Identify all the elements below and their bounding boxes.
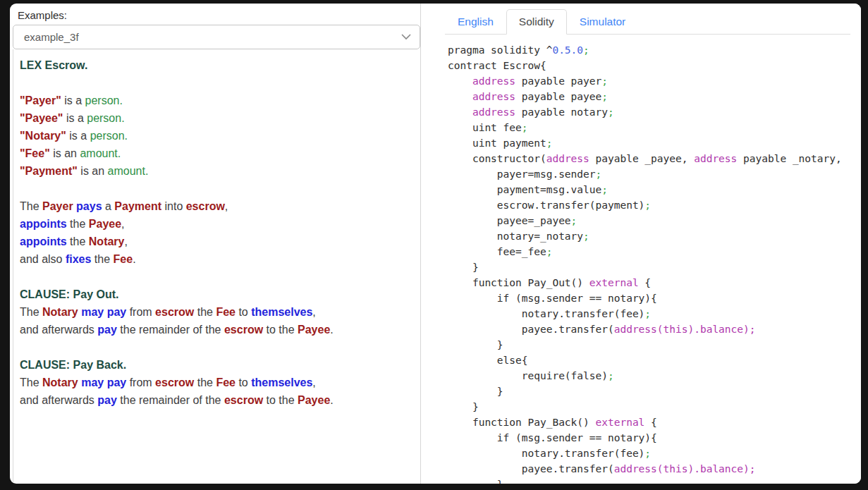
- text-segment: pay: [97, 324, 117, 336]
- text-segment: }: [448, 339, 503, 350]
- code-line: }: [448, 477, 861, 484]
- text-segment: escrow.transfer(payment): [448, 200, 644, 211]
- code-line: uint payment;: [448, 135, 861, 151]
- text-segment: and afterwards: [20, 394, 97, 406]
- tab-english[interactable]: English: [445, 9, 506, 35]
- text-segment: }: [448, 386, 503, 397]
- text-segment: }: [448, 262, 479, 273]
- examples-panel: Examples: example_3f LEX Escrow."Payer" …: [10, 4, 421, 484]
- text-segment: and also: [20, 253, 66, 265]
- text-segment: the remainder of the: [117, 324, 224, 336]
- code-line: payee.transfer(address(this).balance);: [448, 321, 861, 337]
- text-segment: ;: [583, 44, 589, 56]
- text-segment: is an: [78, 165, 108, 177]
- text-segment: "Fee": [20, 147, 50, 159]
- doc-paragraph: CLAUSE: Pay Out.The Notary may pay from …: [20, 286, 412, 338]
- text-segment: escrow: [155, 306, 194, 318]
- doc-line: The Notary may pay from escrow the Fee t…: [20, 374, 412, 391]
- examples-select[interactable]: example_3f: [13, 25, 420, 49]
- text-segment: "Payment": [20, 165, 78, 177]
- text-segment: amount.: [108, 165, 149, 177]
- chevron-down-icon: [401, 34, 411, 40]
- text-segment: fixes: [66, 253, 91, 265]
- text-segment: [448, 75, 472, 87]
- solidity-code-view: pragma solidity ^0.5.0;contract Escrow{ …: [448, 42, 861, 484]
- text-segment: contract Escrow{: [448, 60, 546, 71]
- code-line: uint fee;: [448, 120, 861, 135]
- doc-line: CLAUSE: Pay Back.: [20, 356, 412, 374]
- text-segment: pragma solidity ^: [448, 44, 552, 56]
- text-segment: from: [126, 376, 155, 388]
- text-segment: }: [448, 401, 479, 412]
- text-segment: [448, 91, 472, 102]
- code-line: }: [448, 337, 861, 353]
- text-segment: "Payer": [20, 94, 61, 106]
- code-line: }: [448, 399, 861, 415]
- doc-line: The Payer pays a Payment into escrow,: [20, 197, 412, 215]
- text-segment: Fee: [114, 253, 133, 265]
- text-segment: Payee: [298, 324, 330, 336]
- doc-line: appoints the Notary,: [20, 233, 412, 250]
- text-segment: payable _notary,: [737, 153, 841, 164]
- text-segment: is a: [63, 112, 87, 124]
- tab-simulator[interactable]: Simulator: [567, 9, 638, 35]
- text-segment: address(this).balance);: [614, 324, 756, 335]
- code-panel: EnglishSoliditySimulator pragma solidity…: [421, 4, 861, 484]
- text-segment: ,: [121, 218, 124, 230]
- doc-line: "Payee" is a person.: [20, 109, 412, 127]
- doc-line: "Notary" is a person.: [20, 127, 412, 145]
- text-segment: payable payer: [515, 75, 601, 87]
- text-segment: Payee: [89, 218, 121, 230]
- text-segment: ;: [546, 137, 553, 149]
- text-segment: and afterwards: [20, 324, 97, 336]
- doc-paragraph: CLAUSE: Pay Back.The Notary may pay from…: [20, 356, 412, 409]
- text-segment: address: [472, 106, 515, 118]
- text-segment: LEX Escrow.: [20, 59, 87, 71]
- code-line: notary.transfer(fee);: [448, 306, 861, 321]
- text-segment: Payment: [114, 200, 161, 212]
- doc-line: The Notary may pay from escrow the Fee t…: [20, 303, 412, 321]
- text-segment: constructor(: [448, 153, 546, 164]
- text-segment: payee=_payee: [448, 215, 571, 226]
- code-line: }: [448, 259, 861, 275]
- text-segment: the remainder of the: [117, 394, 224, 406]
- text-segment: }: [448, 479, 503, 484]
- english-document: LEX Escrow."Payer" is a person."Payee" i…: [13, 49, 420, 484]
- text-segment: the: [194, 376, 216, 388]
- code-line: payment=msg.value;: [448, 182, 861, 197]
- text-segment: may pay: [81, 376, 126, 388]
- text-segment: to the: [263, 324, 298, 336]
- code-line: fee=_fee;: [448, 244, 861, 259]
- text-segment: function Pay_Back(): [448, 417, 596, 428]
- code-line: function Pay_Out() external {: [448, 275, 861, 290]
- text-segment: if (msg.sender == notary){: [448, 293, 657, 304]
- text-segment: escrow: [224, 394, 263, 406]
- text-segment: notary=_notary: [448, 231, 583, 242]
- tab-bar: EnglishSoliditySimulator: [445, 9, 850, 35]
- text-segment: escrow: [186, 200, 225, 212]
- text-segment: The: [20, 306, 42, 318]
- doc-paragraph: LEX Escrow.: [20, 56, 412, 74]
- text-segment: person.: [85, 94, 123, 106]
- text-segment: payable _payee,: [589, 153, 694, 164]
- text-segment: ;: [571, 215, 577, 226]
- text-segment: Payee: [298, 394, 330, 406]
- text-segment: may pay: [81, 306, 126, 318]
- text-segment: is an: [50, 147, 80, 159]
- text-segment: .: [330, 324, 333, 336]
- code-line: escrow.transfer(payment);: [448, 197, 861, 213]
- text-segment: CLAUSE: Pay Back.: [20, 359, 126, 371]
- examples-select-value: example_3f: [24, 31, 79, 43]
- doc-line: LEX Escrow.: [20, 56, 412, 74]
- tab-solidity[interactable]: Solidity: [506, 9, 567, 35]
- doc-line: CLAUSE: Pay Out.: [20, 286, 412, 303]
- code-line: require(false);: [448, 368, 861, 384]
- text-segment: the: [91, 253, 113, 265]
- text-segment: uint payment: [448, 137, 546, 149]
- code-line: payee=_payee;: [448, 213, 861, 228]
- text-segment: themselves: [251, 376, 312, 388]
- text-segment: ;: [546, 246, 553, 257]
- text-segment: Notary: [42, 306, 78, 318]
- code-line: notary=_notary;: [448, 228, 861, 244]
- text-segment: Payer: [42, 200, 73, 212]
